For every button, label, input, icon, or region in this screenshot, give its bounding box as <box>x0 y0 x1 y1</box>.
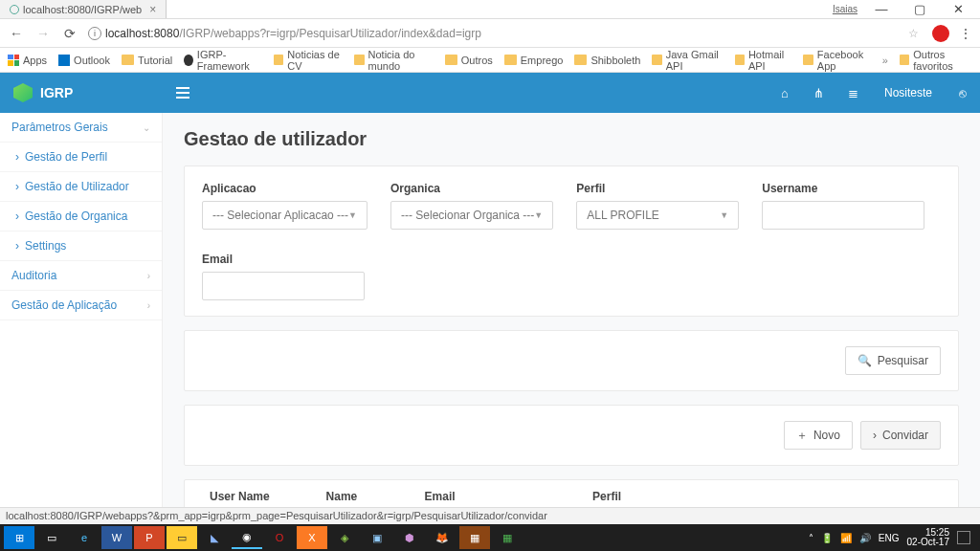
language-indicator[interactable]: ENG <box>879 533 900 543</box>
word-icon[interactable]: W <box>101 526 132 549</box>
explorer-icon[interactable]: ▭ <box>167 526 197 549</box>
search-icon: 🔍 <box>858 354 872 367</box>
apps-bookmark[interactable]: Apps <box>8 55 47 66</box>
organica-label: Organica <box>390 182 553 195</box>
tutorial-bookmark[interactable]: Tutorial <box>122 55 172 66</box>
pesquisar-button[interactable]: 🔍Pesquisar <box>845 346 941 375</box>
sidebar-item-gestao-perfil[interactable]: Gestão de Perfil <box>0 143 162 172</box>
header-user[interactable]: Nositeste <box>871 86 946 99</box>
chevron-down-icon: ⌄ <box>143 122 150 133</box>
battery-icon[interactable]: 🔋 <box>821 533 833 543</box>
db-icon[interactable]: ◈ <box>329 526 360 549</box>
col-username: User Name <box>202 480 319 507</box>
app2-icon[interactable]: ▣ <box>362 526 392 549</box>
share-icon[interactable]: ⋔ <box>802 86 836 100</box>
plus-icon: ＋ <box>796 428 808 444</box>
chevron-right-icon: › <box>873 429 877 442</box>
aplicacao-field: Aplicacao --- Selecionar Aplicacao ---▼ <box>202 182 368 230</box>
more-icon[interactable]: ⋮ <box>959 26 972 41</box>
filters-card: Aplicacao --- Selecionar Aplicacao ---▼ … <box>184 165 959 317</box>
shibboleth-bookmark[interactable]: Shibboleth <box>574 55 640 66</box>
brand[interactable]: IGRP <box>0 83 163 102</box>
url-input[interactable]: i localhost:8080/IGRP/webapps?r=igrp/Pes… <box>88 27 899 40</box>
reload-icon[interactable]: ⟳ <box>61 26 78 41</box>
chevron-right-icon: › <box>147 271 150 281</box>
menu-toggle-icon[interactable] <box>176 87 189 99</box>
facebook-bookmark[interactable]: Facebook App <box>803 49 870 72</box>
info-icon[interactable]: i <box>88 27 101 40</box>
main-content: Gestao de utilizador Aplicacao --- Selec… <box>163 113 980 507</box>
logo-icon <box>13 83 33 102</box>
notifications-icon[interactable] <box>957 531 970 544</box>
organica-field: Organica --- Selecionar Organica ---▼ <box>390 182 553 230</box>
browser-tab[interactable]: localhost:8080/IGRP/web × <box>0 0 167 18</box>
app4-icon[interactable]: ▦ <box>459 526 490 549</box>
app-header: IGRP ⌂ ⋔ ≣ Nositeste ⎋ <box>0 73 980 113</box>
xampp-icon[interactable]: X <box>297 526 327 549</box>
sidebar-item-auditoria[interactable]: Auditoria› <box>0 261 162 291</box>
users-table: User Name Name Email Perfil demo Nosites… <box>202 480 941 507</box>
logout-icon[interactable]: ⎋ <box>946 86 980 100</box>
home-icon[interactable]: ⌂ <box>768 86 802 100</box>
sidebar-item-parametros[interactable]: Parâmetros Gerais⌄ <box>0 113 162 143</box>
noticias-cv-bookmark[interactable]: Noticias de CV <box>274 49 343 72</box>
clock[interactable]: 15:25 02-Oct-17 <box>907 528 949 547</box>
close-icon[interactable]: × <box>149 3 156 16</box>
app5-icon[interactable]: ▦ <box>492 526 523 549</box>
taskview-icon[interactable]: ▭ <box>36 526 67 549</box>
forward-icon[interactable]: → <box>34 26 52 41</box>
status-bar: localhost:8080/IGRP/webapps?&prm_app=igr… <box>0 507 980 524</box>
username-field: Username <box>762 182 924 230</box>
back-icon[interactable]: ← <box>8 26 25 41</box>
outros-bookmark[interactable]: Outros <box>445 55 493 66</box>
emprego-bookmark[interactable]: Emprego <box>504 55 564 66</box>
sidebar: Parâmetros Gerais⌄ Gestão de Perfil Gest… <box>0 113 163 507</box>
perfil-select[interactable]: ALL PROFILE▼ <box>576 201 739 230</box>
email-field: Email <box>202 253 365 300</box>
crud-actions-card: ＋Novo ›Convidar <box>184 405 959 466</box>
close-window-icon[interactable]: ✕ <box>944 2 972 16</box>
email-input[interactable] <box>202 272 365 300</box>
igrp-framework-bookmark[interactable]: IGRP-Framework <box>184 49 262 72</box>
username-input[interactable] <box>762 201 924 230</box>
list-icon[interactable]: ≣ <box>836 86 871 100</box>
table-header-row: User Name Name Email Perfil <box>202 480 941 507</box>
start-button[interactable]: ⊞ <box>4 526 34 549</box>
email-label: Email <box>202 253 365 266</box>
address-bar: ← → ⟳ i localhost:8080/IGRP/webapps?r=ig… <box>0 19 980 48</box>
organica-select[interactable]: --- Selecionar Organica ---▼ <box>390 201 553 230</box>
sidebar-item-settings[interactable]: Settings <box>0 231 162 261</box>
perfil-field: Perfil ALL PROFILE▼ <box>576 182 739 230</box>
outlook-bookmark[interactable]: Outlook <box>58 55 110 66</box>
sidebar-item-gestao-utilizador[interactable]: Gestão de Utilizador <box>0 172 162 202</box>
novo-button[interactable]: ＋Novo <box>784 421 853 450</box>
powerpoint-icon[interactable]: P <box>134 526 165 549</box>
opera-icon[interactable]: O <box>264 526 295 549</box>
minimize-icon[interactable]: — <box>867 2 896 16</box>
convidar-button[interactable]: ›Convidar <box>860 421 941 450</box>
maximize-icon[interactable]: ▢ <box>905 2 934 16</box>
app-icon[interactable]: ◣ <box>199 526 230 549</box>
noticia-mundo-bookmark[interactable]: Noticia do mundo <box>354 49 434 72</box>
sidebar-item-gestao-aplicacao[interactable]: Gestão de Aplicação› <box>0 291 162 320</box>
tray-up-icon[interactable]: ˄ <box>809 533 813 543</box>
hotmail-bookmark[interactable]: Hotmail API <box>735 49 792 72</box>
brand-label: IGRP <box>40 85 73 100</box>
star-icon[interactable]: ☆ <box>908 27 919 40</box>
edge-icon[interactable]: e <box>69 526 100 549</box>
firefox-icon[interactable]: 🦊 <box>427 526 457 549</box>
wifi-icon[interactable]: 📶 <box>840 533 852 543</box>
volume-icon[interactable]: 🔊 <box>859 533 871 543</box>
col-perfil: Perfil <box>585 480 941 507</box>
chrome-icon[interactable]: ◉ <box>232 526 262 549</box>
app3-icon[interactable]: ⬢ <box>394 526 425 549</box>
opera-icon[interactable] <box>932 25 949 42</box>
outros-favoritos-bookmark[interactable]: Outros favoritos <box>900 49 972 72</box>
bookmarks-overflow-icon[interactable]: » <box>882 55 888 66</box>
results-card: User Name Name Email Perfil demo Nosites… <box>184 479 959 507</box>
java-gmail-bookmark[interactable]: Java Gmail API <box>652 49 723 72</box>
aplicacao-select[interactable]: --- Selecionar Aplicacao ---▼ <box>202 201 368 230</box>
sidebar-item-gestao-organica[interactable]: Gestão de Organica <box>0 202 162 231</box>
username-label: Username <box>762 182 924 195</box>
taskbar: ⊞ ▭ e W P ▭ ◣ ◉ O X ◈ ▣ ⬢ 🦊 ▦ ▦ ˄ 🔋 📶 🔊 … <box>0 524 980 551</box>
